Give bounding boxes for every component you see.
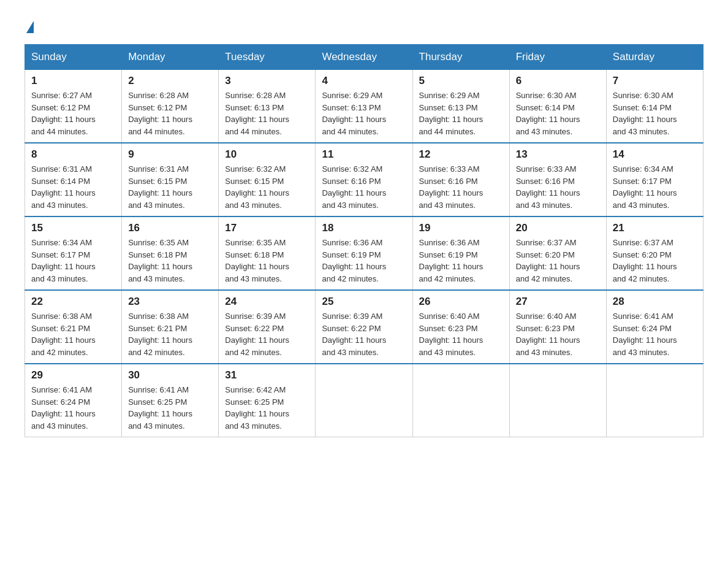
week-row-5: 29Sunrise: 6:41 AMSunset: 6:24 PMDayligh… bbox=[25, 364, 703, 437]
day-info: Sunrise: 6:33 AMSunset: 6:16 PMDaylight:… bbox=[419, 163, 503, 211]
day-info: Sunrise: 6:32 AMSunset: 6:15 PMDaylight:… bbox=[225, 163, 309, 211]
day-cell: 30Sunrise: 6:41 AMSunset: 6:25 PMDayligh… bbox=[122, 364, 219, 437]
day-cell: 6Sunrise: 6:30 AMSunset: 6:14 PMDaylight… bbox=[509, 70, 606, 144]
day-number: 2 bbox=[128, 75, 212, 87]
day-cell: 1Sunrise: 6:27 AMSunset: 6:12 PMDaylight… bbox=[25, 70, 122, 144]
header-cell-saturday: Saturday bbox=[606, 45, 703, 70]
day-number: 31 bbox=[225, 369, 309, 381]
day-number: 19 bbox=[419, 222, 503, 234]
day-number: 11 bbox=[322, 148, 406, 161]
header-cell-friday: Friday bbox=[509, 45, 606, 70]
day-info: Sunrise: 6:35 AMSunset: 6:18 PMDaylight:… bbox=[225, 237, 309, 285]
day-info: Sunrise: 6:28 AMSunset: 6:13 PMDaylight:… bbox=[225, 90, 309, 137]
day-number: 28 bbox=[613, 296, 697, 308]
logo bbox=[25, 18, 34, 32]
day-number: 24 bbox=[225, 296, 309, 308]
day-number: 27 bbox=[516, 296, 600, 308]
day-cell: 25Sunrise: 6:39 AMSunset: 6:22 PMDayligh… bbox=[316, 290, 412, 364]
day-number: 26 bbox=[419, 296, 503, 308]
day-number: 4 bbox=[322, 75, 406, 87]
day-cell: 23Sunrise: 6:38 AMSunset: 6:21 PMDayligh… bbox=[122, 290, 219, 364]
header-cell-thursday: Thursday bbox=[412, 45, 509, 70]
day-info: Sunrise: 6:37 AMSunset: 6:20 PMDaylight:… bbox=[613, 237, 697, 285]
day-number: 22 bbox=[31, 296, 115, 308]
week-row-4: 22Sunrise: 6:38 AMSunset: 6:21 PMDayligh… bbox=[25, 290, 703, 364]
day-cell: 26Sunrise: 6:40 AMSunset: 6:23 PMDayligh… bbox=[412, 290, 509, 364]
day-cell: 18Sunrise: 6:36 AMSunset: 6:19 PMDayligh… bbox=[316, 216, 412, 290]
header-row: SundayMondayTuesdayWednesdayThursdayFrid… bbox=[25, 45, 703, 70]
day-cell: 14Sunrise: 6:34 AMSunset: 6:17 PMDayligh… bbox=[606, 143, 703, 216]
day-cell bbox=[509, 364, 606, 437]
day-info: Sunrise: 6:39 AMSunset: 6:22 PMDaylight:… bbox=[225, 310, 309, 358]
day-number: 3 bbox=[225, 75, 309, 87]
day-cell bbox=[606, 364, 703, 437]
day-number: 25 bbox=[322, 296, 406, 308]
day-cell: 22Sunrise: 6:38 AMSunset: 6:21 PMDayligh… bbox=[25, 290, 122, 364]
day-number: 7 bbox=[613, 75, 697, 87]
day-cell bbox=[316, 364, 412, 437]
day-info: Sunrise: 6:41 AMSunset: 6:25 PMDaylight:… bbox=[128, 384, 212, 432]
day-number: 20 bbox=[516, 222, 600, 234]
day-info: Sunrise: 6:42 AMSunset: 6:25 PMDaylight:… bbox=[225, 384, 309, 432]
day-cell: 5Sunrise: 6:29 AMSunset: 6:13 PMDaylight… bbox=[412, 70, 509, 144]
day-info: Sunrise: 6:29 AMSunset: 6:13 PMDaylight:… bbox=[322, 90, 406, 137]
day-cell: 10Sunrise: 6:32 AMSunset: 6:15 PMDayligh… bbox=[219, 143, 316, 216]
header-cell-tuesday: Tuesday bbox=[219, 45, 316, 70]
day-number: 5 bbox=[419, 75, 503, 87]
week-row-3: 15Sunrise: 6:34 AMSunset: 6:17 PMDayligh… bbox=[25, 216, 703, 290]
day-info: Sunrise: 6:34 AMSunset: 6:17 PMDaylight:… bbox=[31, 237, 115, 285]
day-cell: 12Sunrise: 6:33 AMSunset: 6:16 PMDayligh… bbox=[412, 143, 509, 216]
day-info: Sunrise: 6:36 AMSunset: 6:19 PMDaylight:… bbox=[322, 237, 406, 285]
day-info: Sunrise: 6:30 AMSunset: 6:14 PMDaylight:… bbox=[613, 90, 697, 137]
day-cell: 21Sunrise: 6:37 AMSunset: 6:20 PMDayligh… bbox=[606, 216, 703, 290]
day-info: Sunrise: 6:33 AMSunset: 6:16 PMDaylight:… bbox=[516, 163, 600, 211]
day-cell: 29Sunrise: 6:41 AMSunset: 6:24 PMDayligh… bbox=[25, 364, 122, 437]
day-number: 30 bbox=[128, 369, 212, 381]
day-number: 1 bbox=[31, 75, 115, 87]
day-number: 21 bbox=[613, 222, 697, 234]
day-cell: 3Sunrise: 6:28 AMSunset: 6:13 PMDaylight… bbox=[219, 70, 316, 144]
day-cell: 19Sunrise: 6:36 AMSunset: 6:19 PMDayligh… bbox=[412, 216, 509, 290]
day-cell: 8Sunrise: 6:31 AMSunset: 6:14 PMDaylight… bbox=[25, 143, 122, 216]
day-info: Sunrise: 6:41 AMSunset: 6:24 PMDaylight:… bbox=[31, 384, 115, 432]
day-info: Sunrise: 6:29 AMSunset: 6:13 PMDaylight:… bbox=[419, 90, 503, 137]
day-info: Sunrise: 6:30 AMSunset: 6:14 PMDaylight:… bbox=[516, 90, 600, 137]
header-cell-monday: Monday bbox=[122, 45, 219, 70]
calendar-table: SundayMondayTuesdayWednesdayThursdayFrid… bbox=[25, 44, 703, 437]
day-info: Sunrise: 6:31 AMSunset: 6:14 PMDaylight:… bbox=[31, 163, 115, 211]
week-row-2: 8Sunrise: 6:31 AMSunset: 6:14 PMDaylight… bbox=[25, 143, 703, 216]
day-cell: 7Sunrise: 6:30 AMSunset: 6:14 PMDaylight… bbox=[606, 70, 703, 144]
day-info: Sunrise: 6:38 AMSunset: 6:21 PMDaylight:… bbox=[31, 310, 115, 358]
day-cell: 4Sunrise: 6:29 AMSunset: 6:13 PMDaylight… bbox=[316, 70, 412, 144]
week-row-1: 1Sunrise: 6:27 AMSunset: 6:12 PMDaylight… bbox=[25, 70, 703, 144]
day-cell: 27Sunrise: 6:40 AMSunset: 6:23 PMDayligh… bbox=[509, 290, 606, 364]
calendar-body: 1Sunrise: 6:27 AMSunset: 6:12 PMDaylight… bbox=[25, 70, 703, 437]
header-cell-wednesday: Wednesday bbox=[316, 45, 412, 70]
day-cell: 31Sunrise: 6:42 AMSunset: 6:25 PMDayligh… bbox=[219, 364, 316, 437]
day-info: Sunrise: 6:40 AMSunset: 6:23 PMDaylight:… bbox=[419, 310, 503, 358]
day-number: 16 bbox=[128, 222, 212, 234]
day-info: Sunrise: 6:39 AMSunset: 6:22 PMDaylight:… bbox=[322, 310, 406, 358]
day-info: Sunrise: 6:28 AMSunset: 6:12 PMDaylight:… bbox=[128, 90, 212, 137]
day-info: Sunrise: 6:40 AMSunset: 6:23 PMDaylight:… bbox=[516, 310, 600, 358]
day-info: Sunrise: 6:34 AMSunset: 6:17 PMDaylight:… bbox=[613, 163, 697, 211]
day-number: 29 bbox=[31, 369, 115, 381]
day-cell: 28Sunrise: 6:41 AMSunset: 6:24 PMDayligh… bbox=[606, 290, 703, 364]
day-cell: 16Sunrise: 6:35 AMSunset: 6:18 PMDayligh… bbox=[122, 216, 219, 290]
day-number: 23 bbox=[128, 296, 212, 308]
day-cell bbox=[412, 364, 509, 437]
page-header bbox=[25, 18, 703, 32]
day-cell: 11Sunrise: 6:32 AMSunset: 6:16 PMDayligh… bbox=[316, 143, 412, 216]
day-cell: 24Sunrise: 6:39 AMSunset: 6:22 PMDayligh… bbox=[219, 290, 316, 364]
day-cell: 15Sunrise: 6:34 AMSunset: 6:17 PMDayligh… bbox=[25, 216, 122, 290]
day-number: 18 bbox=[322, 222, 406, 234]
day-info: Sunrise: 6:31 AMSunset: 6:15 PMDaylight:… bbox=[128, 163, 212, 211]
day-number: 13 bbox=[516, 148, 600, 161]
day-number: 15 bbox=[31, 222, 115, 234]
day-info: Sunrise: 6:41 AMSunset: 6:24 PMDaylight:… bbox=[613, 310, 697, 358]
day-number: 8 bbox=[31, 148, 115, 161]
day-number: 17 bbox=[225, 222, 309, 234]
day-info: Sunrise: 6:35 AMSunset: 6:18 PMDaylight:… bbox=[128, 237, 212, 285]
logo-triangle-icon bbox=[26, 21, 34, 33]
day-cell: 2Sunrise: 6:28 AMSunset: 6:12 PMDaylight… bbox=[122, 70, 219, 144]
